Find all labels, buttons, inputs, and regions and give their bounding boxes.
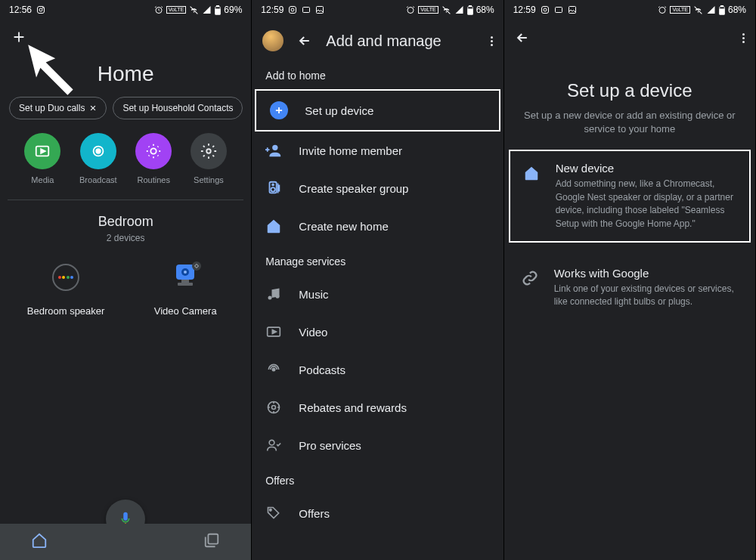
svg-point-1 (39, 8, 42, 11)
battery-icon (467, 5, 473, 15)
device-camera[interactable]: Video Camera (125, 257, 245, 317)
item-rebates[interactable]: Rebates and rewards (252, 388, 503, 426)
option-title: New device (556, 162, 739, 175)
svg-rect-49 (541, 7, 548, 14)
video-icon (266, 324, 281, 339)
speaker-group-icon (265, 180, 282, 196)
svg-rect-30 (317, 7, 324, 14)
action-broadcast[interactable]: Broadcast (79, 133, 117, 184)
item-setup-device[interactable]: Set up device (256, 91, 498, 130)
item-invite-member[interactable]: Invite home member (252, 131, 503, 169)
svg-point-46 (272, 406, 276, 410)
wifi-off-icon (189, 5, 199, 15)
item-podcasts[interactable]: Podcasts (252, 351, 503, 388)
svg-rect-56 (720, 5, 723, 7)
image-icon (315, 5, 324, 14)
svg-point-53 (659, 8, 665, 14)
close-icon[interactable] (89, 104, 97, 112)
home-screen: 12:56 VoLTE 69% Home Set up Duo calls Se… (0, 0, 252, 560)
chip-label: Set up Household Contacts (122, 103, 233, 113)
status-time: 12:59 (513, 5, 536, 15)
item-video[interactable]: Video (252, 313, 503, 351)
action-media[interactable]: Media (24, 133, 60, 184)
alarm-icon (154, 5, 163, 14)
back-icon[interactable] (515, 30, 530, 45)
avatar[interactable] (262, 30, 284, 51)
devices-list: Bedroom speaker Video Camera (0, 257, 251, 317)
svg-line-4 (191, 6, 198, 14)
alarm-icon (658, 5, 667, 14)
item-music[interactable]: Music (252, 275, 503, 313)
battery-icon (215, 5, 221, 15)
broadcast-icon (90, 143, 107, 159)
signal-icon (454, 5, 464, 14)
nav-feed[interactable] (203, 532, 220, 552)
svg-point-41 (276, 295, 280, 299)
svg-line-54 (695, 6, 702, 14)
menu-label: Create new home (299, 220, 388, 233)
item-new-home[interactable]: Create new home (252, 207, 503, 245)
tag-icon (266, 506, 281, 521)
svg-point-24 (192, 261, 201, 271)
device-label: Video Camera (154, 305, 217, 317)
menu-label: Create speaker group (299, 182, 408, 195)
svg-point-16 (62, 276, 65, 279)
item-pro-services[interactable]: Pro services (252, 426, 503, 464)
svg-point-2 (42, 8, 43, 8)
more-icon[interactable] (742, 33, 745, 43)
chip-household-contacts[interactable]: Set up Household Contacts (113, 97, 243, 119)
nav-home[interactable] (31, 532, 48, 552)
section-manage-services: Manage services (252, 245, 503, 275)
signal-icon (202, 5, 212, 14)
volte-icon: VoLTE (418, 6, 438, 14)
item-offers[interactable]: Offers (252, 494, 503, 532)
svg-marker-43 (273, 330, 277, 334)
menu-label: Offers (299, 507, 330, 520)
status-battery: 69% (224, 5, 242, 15)
svg-point-13 (206, 149, 211, 153)
chip-duo-calls[interactable]: Set up Duo calls (9, 97, 107, 119)
option-works-with-google[interactable]: Works with Google Link one of your exist… (509, 256, 751, 320)
item-speaker-group[interactable]: Create speaker group (252, 169, 503, 207)
svg-line-32 (442, 6, 450, 14)
menu-label: Podcasts (299, 364, 345, 376)
action-settings[interactable]: Settings (191, 133, 227, 184)
svg-rect-23 (178, 283, 193, 286)
room-name: Bedroom (0, 214, 251, 230)
svg-rect-57 (720, 8, 724, 14)
wifi-off-icon (693, 5, 703, 15)
svg-point-18 (70, 276, 73, 279)
svg-rect-7 (215, 8, 220, 14)
media-icon (34, 143, 51, 159)
screenshot-icon (302, 5, 311, 14)
device-speaker[interactable]: Bedroom speaker (6, 257, 125, 317)
status-battery: 68% (728, 5, 746, 15)
add-button[interactable] (11, 29, 27, 48)
svg-point-39 (272, 184, 274, 186)
rebates-icon (266, 400, 281, 415)
room-device-count: 2 devices (0, 233, 251, 243)
back-icon[interactable] (297, 33, 312, 48)
svg-marker-10 (42, 149, 46, 153)
more-icon[interactable] (491, 36, 493, 46)
status-bar: 12:56 VoLTE 69% (0, 0, 251, 20)
svg-point-40 (268, 296, 272, 300)
svg-rect-27 (290, 7, 296, 14)
menu-label: Rebates and rewards (299, 401, 407, 414)
svg-rect-29 (303, 8, 310, 13)
svg-point-21 (184, 271, 187, 274)
volte-icon: VoLTE (166, 6, 187, 14)
svg-point-31 (407, 8, 414, 14)
alarm-icon (406, 5, 415, 14)
option-new-device[interactable]: New device Add something new, like a Chr… (509, 150, 751, 243)
option-desc: Add something new, like a Chromecast, Go… (556, 178, 739, 230)
menu-label: Set up device (305, 104, 373, 117)
svg-point-48 (270, 509, 272, 512)
add-manage-screen: 12:59 VoLTE 68% Add and manage Add to ho… (252, 0, 503, 560)
setup-device-screen: 12:59 VoLTE 68% Set up a device Set up a… (504, 0, 756, 560)
quick-actions: Media Broadcast Routines Settings (8, 127, 243, 200)
home-icon (523, 165, 540, 181)
podcast-icon (266, 362, 281, 377)
action-routines[interactable]: Routines (135, 133, 172, 184)
gear-icon (200, 143, 217, 159)
